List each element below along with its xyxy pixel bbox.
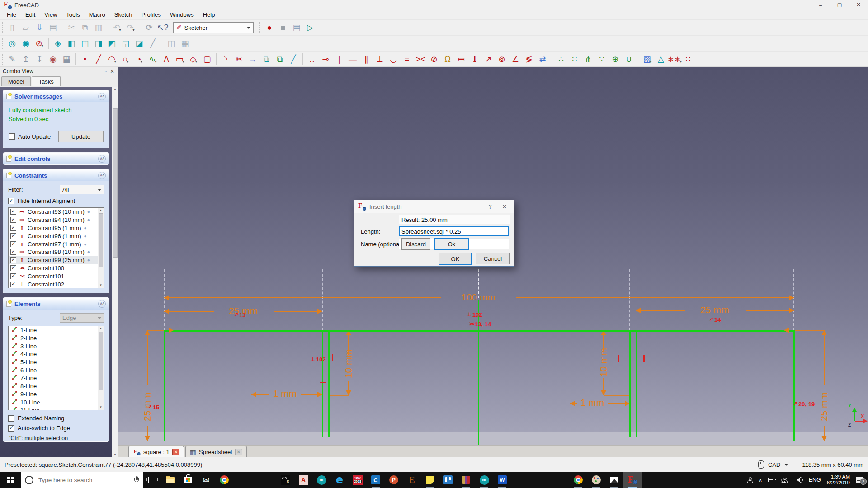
sketch-line-vertical-2[interactable] <box>322 330 323 437</box>
create-bspline-dropdown-arrow[interactable]: ▾ <box>155 60 157 66</box>
taskbar-arduino-2[interactable]: ∞ <box>475 472 493 488</box>
taskbar-paint[interactable] <box>587 472 605 488</box>
dimension-label-1mm-right[interactable]: 1 mm <box>576 397 609 408</box>
constraint-item[interactable]: ✓IConstraint98 (10 mm)● <box>9 248 98 256</box>
scroll-down-icon[interactable]: ▼ <box>112 452 118 457</box>
extended-naming-checkbox[interactable] <box>8 415 14 422</box>
create-polygon-button[interactable]: ◇▾ <box>187 53 200 66</box>
hide-internal-checkbox[interactable]: ✓ <box>8 198 14 204</box>
measure-distance-button[interactable]: ╱ <box>146 37 159 50</box>
constraint-item[interactable]: ✓><Constraint101 <box>9 272 98 280</box>
external-geometry-button[interactable]: ⧉ <box>260 53 273 66</box>
create-rectangle-dropdown-arrow[interactable]: ▾ <box>183 60 184 66</box>
dimension-line-25mm-left[interactable] <box>274 311 322 312</box>
taskbar-chrome[interactable] <box>215 472 233 488</box>
sketch-line-vertical-4[interactable] <box>629 330 631 437</box>
length-input[interactable] <box>399 226 509 236</box>
discard-button[interactable]: Discard <box>401 238 430 250</box>
scrollbar-thumb[interactable] <box>99 332 103 390</box>
constraint-marker-14[interactable]: ↗14 <box>709 316 721 323</box>
constraint-marker-102-left[interactable]: ⊥102 <box>310 356 326 363</box>
menu-view[interactable]: View <box>40 10 61 19</box>
create-rectangle-button[interactable]: ▭▾ <box>174 53 186 66</box>
view-sketch-button[interactable]: ↧ <box>33 53 46 66</box>
view-bottom-button[interactable]: ◱ <box>119 37 132 50</box>
constraint-checkbox[interactable]: ✓ <box>10 249 16 255</box>
bspline-curvature-comb-button[interactable]: ⋔ <box>582 53 594 66</box>
scroll-up-icon[interactable]: ▲ <box>98 208 104 213</box>
constraint-checkbox[interactable]: ✓ <box>10 209 16 215</box>
create-circle-dropdown-arrow[interactable]: ▾ <box>127 60 128 66</box>
clock[interactable]: 1:39 AM 6/22/2019 <box>827 474 850 486</box>
switch-virtual-space-button[interactable]: ∗∗▾ <box>668 53 681 66</box>
minimize-button[interactable]: – <box>811 0 830 9</box>
dimension-line-25mm-right[interactable] <box>636 310 685 311</box>
bspline-knot-multiplicity-button[interactable]: ∵ <box>595 53 608 66</box>
sketch-line-vertical-6[interactable] <box>793 330 795 441</box>
leave-sketch-button[interactable]: ↥ <box>19 53 32 66</box>
tab-tasks[interactable]: Tasks <box>32 76 60 86</box>
redo-button[interactable]: ↷▾ <box>124 21 137 34</box>
taskbar-task-view[interactable] <box>143 472 161 488</box>
toolbar-handle[interactable] <box>2 38 3 49</box>
constraint-distance-button[interactable]: ↗ <box>482 53 495 66</box>
select-virtual-space-button[interactable]: △ <box>655 53 667 66</box>
constraint-equal-button[interactable]: = <box>401 53 413 66</box>
constraint-checkbox[interactable]: ✓ <box>10 265 16 271</box>
taskbar-powerpoint[interactable]: P <box>385 472 403 488</box>
element-item[interactable]: 1-Line <box>9 326 98 334</box>
constraint-item[interactable]: ✓IConstraint96 (1 mm)● <box>9 232 98 240</box>
constraint-tangent-button[interactable]: ◡ <box>387 53 400 66</box>
search-input[interactable] <box>38 476 130 484</box>
dock-close-icon[interactable]: ✕ <box>109 69 115 75</box>
refresh-button[interactable]: ⟳ <box>143 21 156 34</box>
constraint-coincident-button[interactable]: ‥ <box>306 53 318 66</box>
language-indicator[interactable]: ENG <box>809 477 821 483</box>
constraint-list-scrollbar[interactable]: ▲ ▼ <box>98 208 104 288</box>
scroll-up-icon[interactable]: ▲ <box>98 326 104 331</box>
save-file-button[interactable]: ⇓ <box>33 21 46 34</box>
macro-play-button[interactable]: ▷ <box>304 21 316 34</box>
element-item[interactable]: 10-Line <box>9 398 98 406</box>
constraint-item[interactable]: ✓IConstraint97 (1 mm)● <box>9 240 98 248</box>
taskbar-photos[interactable] <box>605 472 623 488</box>
close-button[interactable]: ✕ <box>849 0 868 9</box>
bspline-control-polygon-button[interactable]: ∷ <box>568 53 581 66</box>
sketch-line-vertical-5[interactable] <box>636 330 637 437</box>
tab-close-icon[interactable]: ✕ <box>172 449 179 455</box>
element-list-scrollbar[interactable]: ▲ ▼ <box>98 326 104 410</box>
constraint-checkbox[interactable]: ✓ <box>10 257 16 263</box>
constraint-symmetric-button[interactable]: >< <box>414 53 427 66</box>
create-circle-button[interactable]: ○▾ <box>119 53 132 66</box>
menu-file[interactable]: File <box>2 10 21 19</box>
sketch-line-vertical-1[interactable] <box>164 330 165 441</box>
dimension-line-100mm[interactable] <box>516 297 794 298</box>
dimension-label-25mm-height-right[interactable]: 25 mm <box>819 391 830 422</box>
tray-expand-icon[interactable]: ∧ <box>759 478 762 483</box>
start-button[interactable] <box>0 472 21 488</box>
extend-edge-button[interactable]: → <box>246 53 259 66</box>
constraint-horizontal-distance-button[interactable]: I <box>455 53 467 66</box>
validate-sketch-button[interactable]: ◉ <box>47 53 59 66</box>
constraint-angle-button[interactable]: ∠ <box>509 53 522 66</box>
texture-mapping-button[interactable]: ▦ <box>179 37 191 50</box>
taskbar-chrome-2[interactable] <box>569 472 587 488</box>
redo-dropdown-arrow[interactable]: ▾ <box>133 28 135 34</box>
new-file-button[interactable]: ▯ <box>6 21 19 34</box>
taskbar-eagle[interactable]: E <box>403 472 421 488</box>
internal-alignment-button[interactable]: ▨▾ <box>641 53 654 66</box>
zoom-selection-button[interactable]: ◉ <box>19 37 32 50</box>
macro-edit-button[interactable]: ▤ <box>290 21 303 34</box>
taskbar-freecad[interactable]: F <box>623 472 642 488</box>
create-arc-button[interactable]: ◠▾ <box>106 53 118 66</box>
filter-dropdown[interactable]: All <box>60 185 104 194</box>
tab-close-icon[interactable]: ✕ <box>235 449 242 455</box>
dock-float-icon[interactable]: ▫ <box>103 69 109 74</box>
constraint-block-button[interactable]: ⊘ <box>428 53 440 66</box>
scroll-down-icon[interactable]: ▼ <box>98 283 104 288</box>
constraints-header[interactable]: Constraints ∧∧ <box>3 169 109 181</box>
taskbar-autocad[interactable]: A <box>294 472 312 488</box>
print-button[interactable]: ▤ <box>47 21 59 34</box>
create-conic-button[interactable]: ◔▾ <box>133 53 146 66</box>
constraint-checkbox[interactable]: ✓ <box>10 225 16 231</box>
